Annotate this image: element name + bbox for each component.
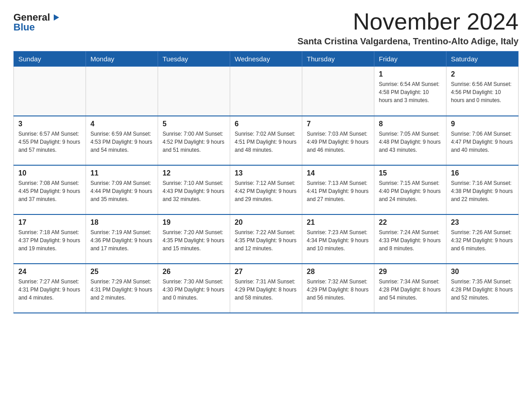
- day-number: 3: [18, 120, 81, 128]
- calendar-cell: [158, 67, 230, 116]
- calendar-cell: 9Sunrise: 7:06 AM Sunset: 4:47 PM Daylig…: [446, 116, 519, 165]
- calendar-cell: 5Sunrise: 7:00 AM Sunset: 4:52 PM Daylig…: [158, 116, 230, 165]
- calendar-cell: [302, 67, 374, 116]
- day-number: 5: [163, 120, 225, 128]
- day-number: 13: [235, 169, 297, 177]
- calendar-cell: 20Sunrise: 7:22 AM Sunset: 4:35 PM Dayli…: [230, 214, 302, 264]
- calendar-cell: 24Sunrise: 7:27 AM Sunset: 4:31 PM Dayli…: [14, 264, 86, 313]
- col-monday: Monday: [86, 51, 158, 67]
- day-info: Sunrise: 7:08 AM Sunset: 4:45 PM Dayligh…: [18, 179, 81, 203]
- month-year-title: November 2024: [297, 9, 519, 34]
- day-number: 22: [379, 218, 442, 227]
- calendar-week-row: 24Sunrise: 7:27 AM Sunset: 4:31 PM Dayli…: [14, 264, 519, 313]
- calendar-cell: 17Sunrise: 7:18 AM Sunset: 4:37 PM Dayli…: [14, 214, 86, 264]
- day-number: 9: [451, 120, 514, 128]
- svg-marker-0: [54, 14, 59, 21]
- calendar-cell: 27Sunrise: 7:31 AM Sunset: 4:29 PM Dayli…: [230, 264, 302, 313]
- calendar-cell: 16Sunrise: 7:16 AM Sunset: 4:38 PM Dayli…: [446, 165, 519, 214]
- day-info: Sunrise: 7:10 AM Sunset: 4:43 PM Dayligh…: [163, 179, 225, 203]
- day-info: Sunrise: 7:02 AM Sunset: 4:51 PM Dayligh…: [235, 130, 297, 154]
- calendar-table: Sunday Monday Tuesday Wednesday Thursday…: [13, 51, 519, 313]
- calendar-cell: 4Sunrise: 6:59 AM Sunset: 4:53 PM Daylig…: [86, 116, 158, 165]
- day-info: Sunrise: 7:32 AM Sunset: 4:29 PM Dayligh…: [307, 278, 369, 302]
- day-info: Sunrise: 7:05 AM Sunset: 4:48 PM Dayligh…: [379, 130, 442, 154]
- day-info: Sunrise: 6:59 AM Sunset: 4:53 PM Dayligh…: [90, 130, 153, 154]
- calendar-cell: 21Sunrise: 7:23 AM Sunset: 4:34 PM Dayli…: [302, 214, 374, 264]
- calendar-cell: 8Sunrise: 7:05 AM Sunset: 4:48 PM Daylig…: [374, 116, 446, 165]
- day-info: Sunrise: 7:24 AM Sunset: 4:33 PM Dayligh…: [379, 228, 442, 253]
- calendar-cell: 25Sunrise: 7:29 AM Sunset: 4:31 PM Dayli…: [86, 264, 158, 313]
- day-number: 25: [90, 268, 153, 276]
- day-info: Sunrise: 6:56 AM Sunset: 4:56 PM Dayligh…: [451, 80, 514, 104]
- day-number: 24: [18, 268, 81, 276]
- title-section: November 2024 Santa Cristina Valgardena,…: [297, 9, 519, 47]
- col-sunday: Sunday: [14, 51, 86, 67]
- day-info: Sunrise: 7:16 AM Sunset: 4:38 PM Dayligh…: [451, 179, 514, 203]
- day-info: Sunrise: 6:54 AM Sunset: 4:58 PM Dayligh…: [379, 80, 442, 104]
- day-number: 1: [379, 70, 442, 78]
- location-subtitle: Santa Cristina Valgardena, Trentino-Alto…: [297, 36, 519, 47]
- day-info: Sunrise: 7:12 AM Sunset: 4:42 PM Dayligh…: [235, 179, 297, 203]
- col-wednesday: Wednesday: [230, 51, 302, 67]
- day-number: 11: [90, 169, 153, 177]
- day-number: 14: [307, 169, 369, 177]
- calendar-cell: 23Sunrise: 7:26 AM Sunset: 4:32 PM Dayli…: [446, 214, 519, 264]
- logo-blue-text: Blue: [13, 22, 35, 32]
- day-number: 15: [379, 169, 442, 177]
- day-number: 26: [163, 268, 225, 276]
- day-info: Sunrise: 6:57 AM Sunset: 4:55 PM Dayligh…: [18, 130, 81, 154]
- day-info: Sunrise: 7:06 AM Sunset: 4:47 PM Dayligh…: [451, 130, 514, 154]
- calendar-cell: 6Sunrise: 7:02 AM Sunset: 4:51 PM Daylig…: [230, 116, 302, 165]
- day-number: 10: [18, 169, 81, 177]
- day-number: 6: [235, 120, 297, 128]
- logo-general-text: General: [13, 13, 50, 22]
- calendar-cell: 13Sunrise: 7:12 AM Sunset: 4:42 PM Dayli…: [230, 165, 302, 214]
- day-number: 4: [90, 120, 153, 128]
- logo-arrow-icon: [51, 13, 61, 22]
- day-info: Sunrise: 7:19 AM Sunset: 4:36 PM Dayligh…: [90, 228, 153, 253]
- calendar-header-row: Sunday Monday Tuesday Wednesday Thursday…: [14, 51, 519, 67]
- calendar-cell: 3Sunrise: 6:57 AM Sunset: 4:55 PM Daylig…: [14, 116, 86, 165]
- day-number: 23: [451, 218, 514, 227]
- col-tuesday: Tuesday: [158, 51, 230, 67]
- col-thursday: Thursday: [302, 51, 374, 67]
- day-info: Sunrise: 7:22 AM Sunset: 4:35 PM Dayligh…: [235, 228, 297, 253]
- calendar-week-row: 1Sunrise: 6:54 AM Sunset: 4:58 PM Daylig…: [14, 67, 519, 116]
- day-number: 27: [235, 268, 297, 276]
- day-number: 21: [307, 218, 369, 227]
- day-number: 29: [379, 268, 442, 276]
- calendar-cell: 11Sunrise: 7:09 AM Sunset: 4:44 PM Dayli…: [86, 165, 158, 214]
- day-info: Sunrise: 7:20 AM Sunset: 4:35 PM Dayligh…: [163, 228, 225, 253]
- day-info: Sunrise: 7:26 AM Sunset: 4:32 PM Dayligh…: [451, 228, 514, 253]
- day-info: Sunrise: 7:00 AM Sunset: 4:52 PM Dayligh…: [163, 130, 225, 154]
- calendar-cell: 22Sunrise: 7:24 AM Sunset: 4:33 PM Dayli…: [374, 214, 446, 264]
- calendar-week-row: 10Sunrise: 7:08 AM Sunset: 4:45 PM Dayli…: [14, 165, 519, 214]
- calendar-cell: 2Sunrise: 6:56 AM Sunset: 4:56 PM Daylig…: [446, 67, 519, 116]
- calendar-cell: 30Sunrise: 7:35 AM Sunset: 4:28 PM Dayli…: [446, 264, 519, 313]
- calendar-cell: [14, 67, 86, 116]
- calendar-week-row: 17Sunrise: 7:18 AM Sunset: 4:37 PM Dayli…: [14, 214, 519, 264]
- day-info: Sunrise: 7:27 AM Sunset: 4:31 PM Dayligh…: [18, 278, 81, 302]
- day-info: Sunrise: 7:23 AM Sunset: 4:34 PM Dayligh…: [307, 228, 369, 253]
- col-saturday: Saturday: [446, 51, 519, 67]
- day-number: 2: [451, 70, 514, 78]
- calendar-cell: 14Sunrise: 7:13 AM Sunset: 4:41 PM Dayli…: [302, 165, 374, 214]
- calendar-cell: 19Sunrise: 7:20 AM Sunset: 4:35 PM Dayli…: [158, 214, 230, 264]
- logo: General Blue: [13, 9, 61, 32]
- day-info: Sunrise: 7:09 AM Sunset: 4:44 PM Dayligh…: [90, 179, 153, 203]
- day-number: 12: [163, 169, 225, 177]
- calendar-cell: 15Sunrise: 7:15 AM Sunset: 4:40 PM Dayli…: [374, 165, 446, 214]
- day-number: 19: [163, 218, 225, 227]
- calendar-cell: [86, 67, 158, 116]
- day-info: Sunrise: 7:03 AM Sunset: 4:49 PM Dayligh…: [307, 130, 369, 154]
- calendar-cell: [230, 67, 302, 116]
- day-number: 30: [451, 268, 514, 276]
- day-number: 28: [307, 268, 369, 276]
- page-header: General Blue November 2024 Santa Cristin…: [13, 9, 519, 47]
- day-number: 20: [235, 218, 297, 227]
- calendar-cell: 29Sunrise: 7:34 AM Sunset: 4:28 PM Dayli…: [374, 264, 446, 313]
- day-number: 8: [379, 120, 442, 128]
- day-info: Sunrise: 7:30 AM Sunset: 4:30 PM Dayligh…: [163, 278, 225, 302]
- day-info: Sunrise: 7:35 AM Sunset: 4:28 PM Dayligh…: [451, 278, 514, 302]
- day-number: 18: [90, 218, 153, 227]
